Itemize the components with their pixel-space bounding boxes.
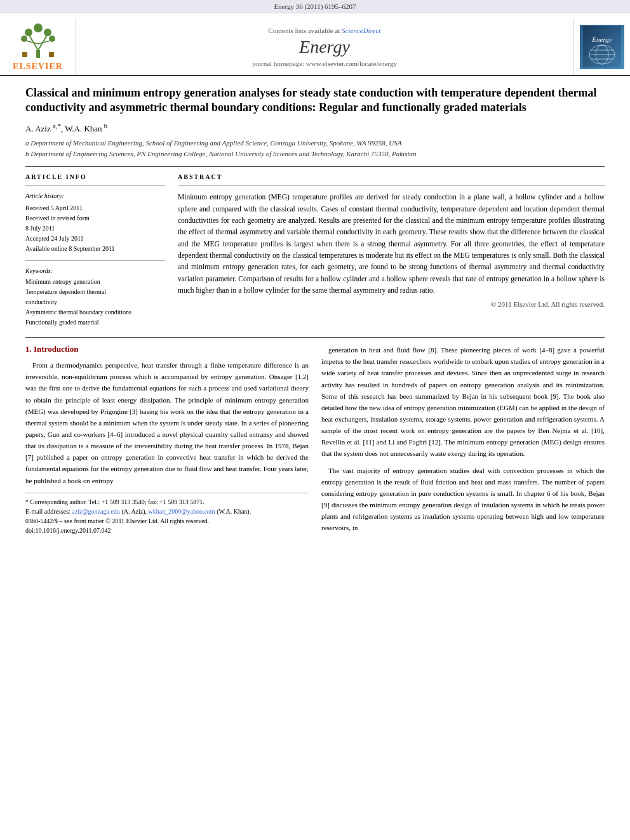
- affiliation-a: a Department of Mechanical Engineering, …: [25, 138, 605, 149]
- energy-cover-image: Energy: [583, 26, 621, 67]
- intro-para-3: The vast majority of entropy generation …: [321, 465, 605, 534]
- svg-text:Energy: Energy: [591, 36, 612, 43]
- history-label: Article history:: [25, 191, 165, 201]
- contents-prefix: Contents lists available at: [269, 27, 342, 34]
- svg-rect-0: [36, 50, 40, 58]
- keyword-4: Functionally graded material: [25, 317, 165, 328]
- copyright-line: © 2011 Elsevier Ltd. All rights reserved…: [178, 300, 605, 308]
- intro-para-2: generation in heat and fluid flow [8]. T…: [321, 344, 605, 459]
- article-history: Article history: Received 5 April 2011 R…: [25, 191, 165, 254]
- sciencedirect-line: Contents lists available at ScienceDirec…: [269, 27, 381, 34]
- issn-line: 0360-5442/$ – see front matter © 2011 El…: [25, 516, 309, 526]
- homepage-url[interactable]: www.elsevier.com/locate/energy: [306, 60, 397, 67]
- two-col-body: 1. Introduction From a thermodynamics pe…: [25, 344, 605, 538]
- keyword-1: Minimum entropy generation: [25, 277, 165, 287]
- main-content: Classical and minimum entropy generation…: [0, 76, 630, 551]
- footnote-area: * Corresponding author. Tel.: +1 509 313…: [25, 493, 309, 535]
- body-content: 1. Introduction From a thermodynamics pe…: [25, 337, 605, 538]
- svg-point-6: [34, 23, 43, 32]
- svg-point-7: [44, 29, 51, 36]
- energy-logo-box: Energy: [580, 25, 624, 69]
- svg-rect-12: [583, 26, 621, 67]
- intro-text-left: From a thermodynamics perspective, heat …: [25, 359, 309, 486]
- elsevier-brand-text: ELSEVIER: [13, 62, 63, 72]
- email1[interactable]: aziz@gonzaga.edu: [72, 508, 120, 515]
- svg-line-3: [25, 41, 38, 44]
- sciencedirect-link[interactable]: ScienceDirect: [342, 27, 380, 34]
- abstract-col: ABSTRACT Minimum entropy generation (MEG…: [178, 173, 605, 328]
- keywords-divider: [25, 260, 165, 261]
- author-aziz: A. Aziz a,*, W.A. Khan b: [25, 124, 107, 133]
- available-date: Available online 8 September 2011: [25, 244, 165, 254]
- journal-header: ELSEVIER Contents lists available at Sci…: [0, 13, 630, 76]
- received-date: Received 5 April 2011: [25, 203, 165, 213]
- article-info-label: ARTICLE INFO: [25, 173, 165, 180]
- email2[interactable]: wkhan_2000@yahoo.com: [149, 508, 215, 515]
- journal-citation-bar: Energy 36 (2011) 6195–6207: [0, 0, 630, 13]
- keywords-label: Keywords:: [25, 267, 165, 274]
- accepted-date: Accepted 24 July 2011: [25, 234, 165, 244]
- authors-line: A. Aziz a,*, W.A. Khan b: [25, 122, 605, 134]
- intro-para-1: From a thermodynamics perspective, heat …: [25, 359, 309, 486]
- email1-name: (A. Aziz),: [121, 508, 147, 515]
- corresponding-author: * Corresponding author. Tel.: +1 509 313…: [25, 497, 309, 507]
- homepage-prefix: journal homepage:: [252, 60, 306, 67]
- article-info-divider: [25, 185, 165, 186]
- journal-homepage: journal homepage: www.elsevier.com/locat…: [252, 60, 397, 67]
- svg-point-8: [21, 36, 27, 42]
- journal-middle: Contents lists available at ScienceDirec…: [76, 18, 573, 75]
- body-left-col: 1. Introduction From a thermodynamics pe…: [25, 344, 309, 538]
- elsevier-logo: ELSEVIER: [0, 18, 76, 75]
- article-info-col: ARTICLE INFO Article history: Received 5…: [25, 173, 165, 328]
- journal-logo-right: Energy: [573, 18, 630, 75]
- received-revised-label: Received in revised form: [25, 213, 165, 223]
- intro-text-right: generation in heat and fluid flow [8]. T…: [321, 344, 605, 533]
- keywords-section: Keywords: Minimum entropy generation Tem…: [25, 267, 165, 328]
- svg-rect-11: [49, 52, 54, 57]
- svg-line-4: [38, 41, 51, 44]
- affiliation-b: b Department of Engineering Sciences, PN…: [25, 149, 605, 159]
- sup-a: a,*: [53, 122, 61, 130]
- svg-point-5: [25, 29, 32, 36]
- abstract-text: Minimum entropy generation (MEG) tempera…: [178, 191, 605, 297]
- abstract-label: ABSTRACT: [178, 173, 605, 180]
- email-label: E-mail addresses:: [25, 508, 70, 515]
- svg-rect-10: [22, 52, 27, 57]
- body-right-col: generation in heat and fluid flow [8]. T…: [321, 344, 605, 538]
- abstract-divider: [178, 185, 605, 186]
- email-line: E-mail addresses: aziz@gonzaga.edu (A. A…: [25, 507, 309, 516]
- affiliations: a Department of Mechanical Engineering, …: [25, 138, 605, 159]
- page: Energy 36 (2011) 6195–6207: [0, 0, 630, 840]
- email2-name: (W.A. Khan).: [217, 508, 251, 515]
- paper-title: Classical and minimum entropy generation…: [25, 86, 605, 116]
- sup-b: b: [104, 122, 107, 130]
- svg-point-9: [49, 36, 55, 42]
- revised-date: 8 July 2011: [25, 223, 165, 234]
- introduction-title: 1. Introduction: [25, 344, 309, 354]
- article-info-abstract: ARTICLE INFO Article history: Received 5…: [25, 166, 605, 328]
- keyword-2: Temperature dependent thermalconductivit…: [25, 287, 165, 307]
- keyword-3: Asymmetric thermal boundary conditions: [25, 307, 165, 317]
- journal-citation: Energy 36 (2011) 6195–6207: [274, 3, 356, 10]
- doi-line: doi:10.1016/j.energy.2011.07.042: [25, 526, 309, 535]
- journal-title: Energy: [299, 37, 350, 57]
- elsevier-tree-icon: [16, 22, 60, 60]
